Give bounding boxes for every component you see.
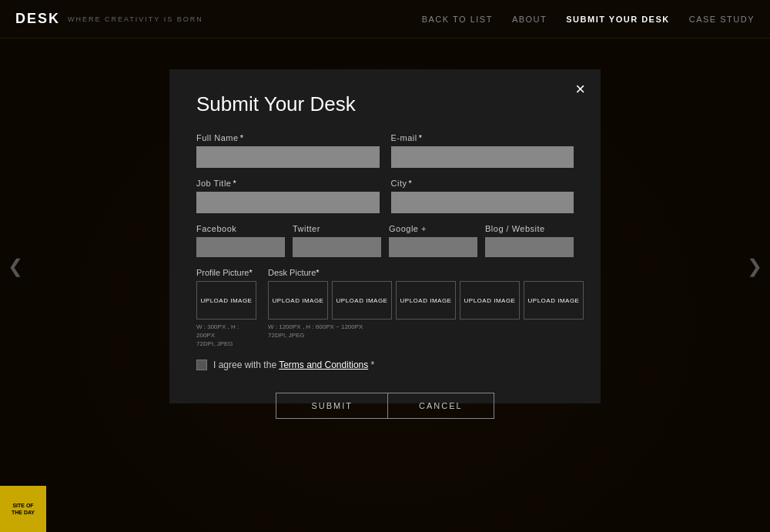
- upload-desk-box-5[interactable]: UPLOAD IMAGE: [524, 281, 584, 320]
- terms-link[interactable]: Terms and Conditions: [279, 360, 368, 370]
- field-blog: Blog / Website: [485, 224, 574, 257]
- label-job-title: Job Title*: [196, 179, 380, 188]
- upload-desk-box-2[interactable]: UPLOAD IMAGE: [332, 281, 392, 320]
- upload-desk-label: Desk Picture*: [268, 268, 584, 277]
- row-jobtitle-city: Job Title* City*: [196, 179, 574, 213]
- upload-profile-meta: W : 300PX , H : 200PX72DPI, JPEG: [196, 323, 256, 349]
- brand: DESK WHERE CREATIVITY IS BORN: [15, 11, 203, 27]
- tagline: WHERE CREATIVITY IS BORN: [68, 15, 203, 23]
- upload-profile-box[interactable]: UPLOAD IMAGE: [196, 281, 256, 320]
- nav-back-to-list[interactable]: BACK TO LIST: [422, 15, 493, 24]
- upload-desk-box-4[interactable]: UPLOAD IMAGE: [460, 281, 520, 320]
- field-facebook: Facebook: [196, 224, 285, 257]
- navbar: DESK WHERE CREATIVITY IS BORN BACK TO LI…: [0, 0, 770, 38]
- terms-row: I agree with the Terms and Conditions *: [196, 360, 574, 370]
- label-facebook: Facebook: [196, 224, 285, 233]
- upload-desk-meta: W : 1200PX , H : 600PX ~ 1200PX72DPI, JP…: [268, 323, 584, 340]
- modal-backdrop: × Submit Your Desk Full Name* E-mail* Jo…: [0, 38, 770, 532]
- input-facebook[interactable]: [196, 237, 285, 257]
- nav-about[interactable]: ABOUT: [512, 15, 547, 24]
- cancel-button[interactable]: CANCEL: [388, 393, 494, 419]
- row-name-email: Full Name* E-mail*: [196, 133, 574, 168]
- field-job-title: Job Title*: [196, 179, 380, 213]
- nav-links: BACK TO LIST ABOUT SUBMIT YOUR DESK CASE…: [422, 15, 755, 24]
- upload-desk-group: Desk Picture* UPLOAD IMAGE UPLOAD IMAGE …: [268, 268, 584, 340]
- row-social: Facebook Twitter Google + Blog / Website: [196, 224, 574, 257]
- modal: × Submit Your Desk Full Name* E-mail* Jo…: [169, 69, 601, 403]
- input-twitter[interactable]: [293, 237, 381, 257]
- nav-case-study[interactable]: CASE STUDY: [689, 15, 755, 24]
- modal-title: Submit Your Desk: [196, 92, 574, 116]
- input-google[interactable]: [389, 237, 477, 257]
- input-city[interactable]: [391, 192, 574, 213]
- upload-profile-group: Profile Picture* UPLOAD IMAGE W : 300PX …: [196, 268, 256, 349]
- submit-button[interactable]: SUBMIT: [276, 393, 388, 419]
- desk-upload-boxes: UPLOAD IMAGE UPLOAD IMAGE UPLOAD IMAGE U…: [268, 281, 584, 320]
- logo: DESK: [15, 11, 60, 27]
- upload-desk-text-3: UPLOAD IMAGE: [400, 297, 452, 304]
- label-city: City*: [391, 179, 574, 188]
- upload-profile-text: UPLOAD IMAGE: [201, 297, 253, 304]
- upload-profile-label: Profile Picture*: [196, 268, 256, 277]
- terms-text: I agree with the Terms and Conditions *: [213, 360, 374, 370]
- close-button[interactable]: ×: [575, 81, 585, 98]
- upload-desk-text-2: UPLOAD IMAGE: [336, 297, 388, 304]
- nav-submit-your-desk[interactable]: SUBMIT YOUR DESK: [566, 15, 669, 24]
- upload-desk-text-4: UPLOAD IMAGE: [464, 297, 516, 304]
- upload-desk-text-5: UPLOAD IMAGE: [528, 297, 580, 304]
- input-email[interactable]: [391, 146, 574, 168]
- field-full-name: Full Name*: [196, 133, 380, 168]
- input-full-name[interactable]: [196, 146, 380, 168]
- label-twitter: Twitter: [293, 224, 381, 233]
- site-badge: SITE OF THE DAY: [0, 486, 46, 532]
- input-job-title[interactable]: [196, 192, 380, 213]
- field-google: Google +: [389, 224, 477, 257]
- upload-desk-box-1[interactable]: UPLOAD IMAGE: [268, 281, 328, 320]
- terms-checkbox[interactable]: [196, 360, 207, 370]
- field-city: City*: [391, 179, 574, 213]
- input-blog[interactable]: [485, 237, 574, 257]
- upload-desk-box-3[interactable]: UPLOAD IMAGE: [396, 281, 456, 320]
- label-email: E-mail*: [391, 133, 574, 142]
- badge-text: SITE OF THE DAY: [12, 502, 35, 516]
- label-full-name: Full Name*: [196, 133, 380, 142]
- field-email: E-mail*: [391, 133, 574, 168]
- label-blog: Blog / Website: [485, 224, 574, 233]
- field-twitter: Twitter: [293, 224, 381, 257]
- upload-desk-text-1: UPLOAD IMAGE: [273, 297, 324, 304]
- modal-actions: SUBMIT CANCEL: [254, 393, 516, 419]
- label-google: Google +: [389, 224, 477, 233]
- upload-section: Profile Picture* UPLOAD IMAGE W : 300PX …: [196, 268, 574, 349]
